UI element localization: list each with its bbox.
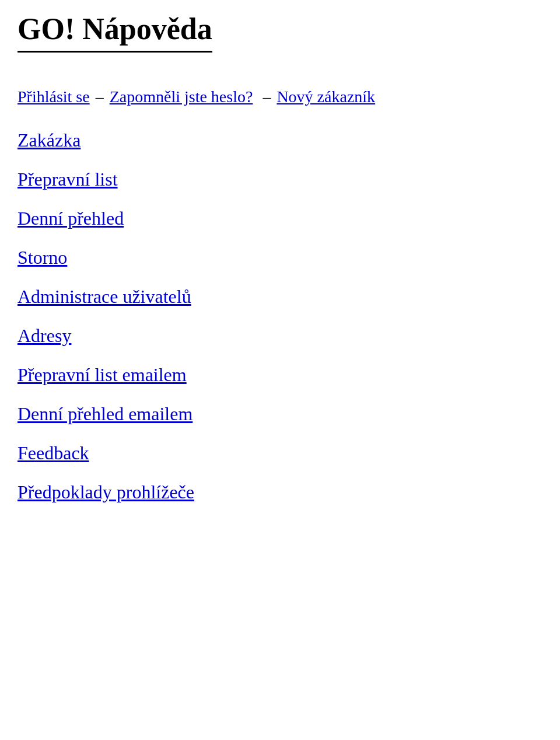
login-link[interactable]: Přihlásit se <box>18 88 90 106</box>
nav-link-denni-prehled-emailem[interactable]: Denní přehled emailem <box>18 403 542 425</box>
nav-link-storno[interactable]: Storno <box>18 247 542 268</box>
nav-link-prepravni-list[interactable]: Přepravní list <box>18 169 542 190</box>
nav-link-zakazka[interactable]: Zakázka <box>18 130 542 151</box>
new-customer-link[interactable]: Nový zákazník <box>276 88 375 106</box>
nav-link-predpoklady-prohlizece[interactable]: Předpoklady prohlížeče <box>18 481 542 503</box>
nav-link-adresy[interactable]: Adresy <box>18 325 542 347</box>
forgot-password-link[interactable]: Zapomněli jste heslo? <box>110 88 253 106</box>
nav-link-denni-prehled[interactable]: Denní přehled <box>18 208 542 229</box>
separator-2: – <box>258 88 271 106</box>
main-nav: ZakázkaPřepravní listDenní přehledStorno… <box>18 130 542 503</box>
separator-1: – <box>96 88 104 106</box>
nav-link-feedback[interactable]: Feedback <box>18 442 542 464</box>
page-title: GO! Nápověda <box>18 12 212 53</box>
header-links: Přihlásit se – Zapomněli jste heslo? – N… <box>18 88 542 106</box>
nav-link-administrace-uzivatelu[interactable]: Administrace uživatelů <box>18 286 542 308</box>
nav-link-prepravni-list-emailem[interactable]: Přepravní list emailem <box>18 364 542 386</box>
